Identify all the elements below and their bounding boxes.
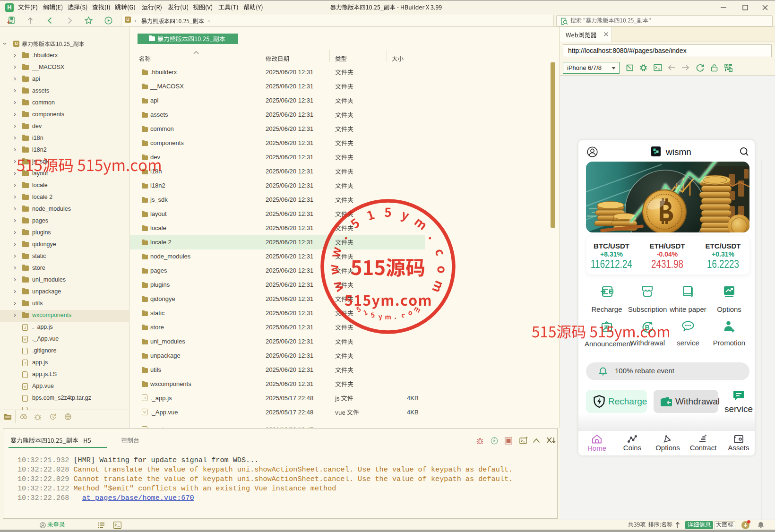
svg-text:B: B bbox=[645, 324, 650, 331]
